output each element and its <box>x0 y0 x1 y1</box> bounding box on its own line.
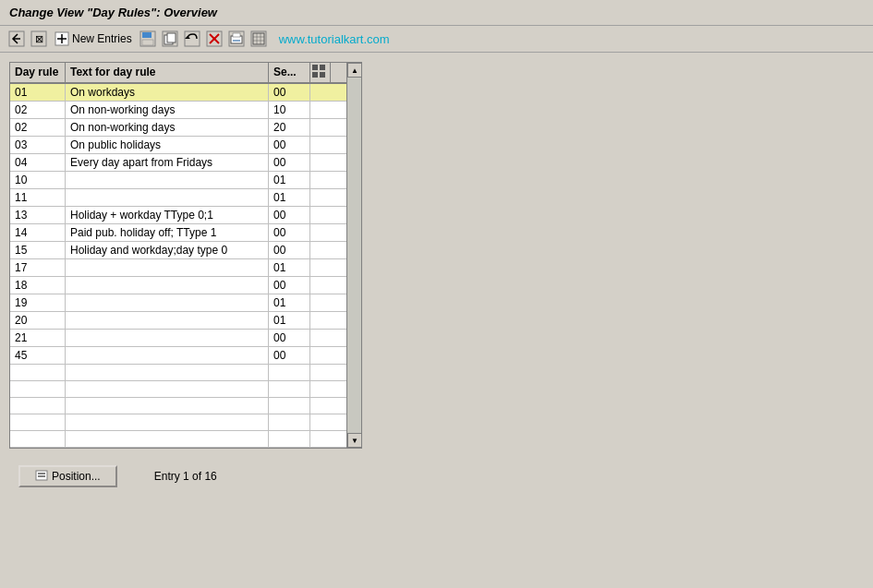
cell-icon <box>310 224 331 241</box>
cell-dayrule: 45 <box>10 347 66 364</box>
svg-rect-28 <box>320 65 325 70</box>
entry-info: Entry 1 of 16 <box>154 470 217 483</box>
col-header-dayrule: Day rule <box>10 63 66 82</box>
cell-text: On non-working days <box>66 119 269 136</box>
svg-rect-32 <box>36 471 47 480</box>
cell-icon <box>310 398 331 414</box>
cell-se: 01 <box>269 259 310 276</box>
table-row[interactable]: 01 On workdays 00 <box>10 84 361 102</box>
cell-icon <box>310 172 331 188</box>
cell-se: 00 <box>269 207 310 223</box>
back-icon[interactable] <box>7 30 26 48</box>
cell-text <box>66 259 269 276</box>
scroll-down-btn[interactable]: ▼ <box>347 433 362 448</box>
table-row[interactable]: 03 On public holidays 00 <box>10 137 361 154</box>
cell-text <box>66 365 269 380</box>
cell-icon <box>310 137 331 153</box>
table-row[interactable] <box>10 365 361 381</box>
cell-text: On workdays <box>66 84 269 101</box>
table-row[interactable]: 19 01 <box>10 294 361 312</box>
new-entries-label: New Entries <box>72 32 132 45</box>
table-row[interactable]: 02 On non-working days 20 <box>10 119 361 137</box>
table-row[interactable]: 17 01 <box>10 259 361 277</box>
cell-se: 00 <box>269 224 310 241</box>
table-row[interactable] <box>10 431 361 448</box>
table-row[interactable]: 15 Holiday and workday;day type 0 00 <box>10 242 361 259</box>
cell-se <box>269 398 310 414</box>
table-row[interactable]: 02 On non-working days 10 <box>10 102 361 119</box>
svg-rect-8 <box>142 40 153 45</box>
table-row[interactable] <box>10 398 361 414</box>
cell-se: 00 <box>269 277 310 294</box>
cell-dayrule: 10 <box>10 172 66 188</box>
new-entries-button[interactable]: New Entries <box>52 30 135 47</box>
exit-icon[interactable]: ⊠ <box>30 30 48 48</box>
cell-icon <box>310 242 331 258</box>
table-row[interactable]: 13 Holiday + workday TType 0;1 00 <box>10 207 361 224</box>
cell-dayrule: 19 <box>10 294 66 311</box>
table-row[interactable]: 20 01 <box>10 312 361 330</box>
cell-icon <box>310 277 331 294</box>
data-table: Day rule Text for day rule Se... 01 On w… <box>9 62 362 449</box>
page-title: Change View "Day Rules": Overview <box>9 6 217 19</box>
cell-text <box>66 189 269 206</box>
cell-se: 01 <box>269 312 310 329</box>
watermark: www.tutorialkart.com <box>279 32 390 46</box>
cell-text: Every day apart from Fridays <box>66 154 269 171</box>
table-row[interactable]: 11 01 <box>10 189 361 207</box>
cell-dayrule: 03 <box>10 137 66 153</box>
undo-icon[interactable] <box>183 30 201 48</box>
cell-dayrule: 01 <box>10 84 66 101</box>
cell-se <box>269 414 310 430</box>
position-button[interactable]: Position... <box>18 465 117 487</box>
settings-icon[interactable] <box>249 30 268 48</box>
cell-se: 01 <box>269 189 310 206</box>
table-row[interactable]: 21 00 <box>10 330 361 347</box>
cell-icon <box>310 119 331 136</box>
cell-dayrule <box>10 431 66 447</box>
cell-dayrule <box>10 398 66 414</box>
cell-text: Holiday and workday;day type 0 <box>66 242 269 258</box>
cell-icon <box>310 365 331 380</box>
cell-dayrule: 04 <box>10 154 66 171</box>
print-icon[interactable] <box>227 30 246 48</box>
cell-icon <box>310 381 331 397</box>
delete-icon[interactable] <box>205 30 224 48</box>
cell-dayrule: 17 <box>10 259 66 276</box>
cell-se: 10 <box>269 102 310 118</box>
copy-icon[interactable] <box>161 30 179 48</box>
cell-se: 00 <box>269 242 310 258</box>
toolbar: ⊠ New Entries <box>0 26 873 53</box>
table-row[interactable] <box>10 414 361 431</box>
title-bar: Change View "Day Rules": Overview <box>0 0 873 26</box>
scrollbar[interactable]: ▲ ▼ <box>346 63 361 448</box>
col-header-text: Text for day rule <box>66 63 269 82</box>
table-row[interactable]: 10 01 <box>10 172 361 189</box>
cell-se <box>269 431 310 447</box>
cell-icon <box>310 431 331 447</box>
cell-dayrule <box>10 414 66 430</box>
cell-text: On public holidays <box>66 137 269 153</box>
svg-rect-11 <box>167 33 176 42</box>
cell-text <box>66 381 269 397</box>
cell-se: 00 <box>269 137 310 153</box>
col-header-grid[interactable] <box>310 63 331 82</box>
table-row[interactable]: 18 00 <box>10 277 361 294</box>
svg-text:⊠: ⊠ <box>35 33 43 44</box>
cell-icon <box>310 102 331 118</box>
table-row[interactable] <box>10 381 361 398</box>
table-body: 01 On workdays 00 02 On non-working days… <box>10 84 361 448</box>
cell-dayrule <box>10 365 66 380</box>
cell-dayrule: 15 <box>10 242 66 258</box>
table-row[interactable]: 14 Paid pub. holiday off; TType 1 00 <box>10 224 361 242</box>
cell-text <box>66 277 269 294</box>
table-row[interactable]: 45 00 <box>10 347 361 365</box>
cell-text <box>66 431 269 447</box>
svg-rect-27 <box>312 65 318 70</box>
col-header-se: Se... <box>269 63 310 82</box>
scroll-up-btn[interactable]: ▲ <box>347 63 362 78</box>
table-row[interactable]: 04 Every day apart from Fridays 00 <box>10 154 361 172</box>
save-icon[interactable] <box>139 30 157 48</box>
cell-text: On non-working days <box>66 102 269 118</box>
cell-icon <box>310 414 331 430</box>
